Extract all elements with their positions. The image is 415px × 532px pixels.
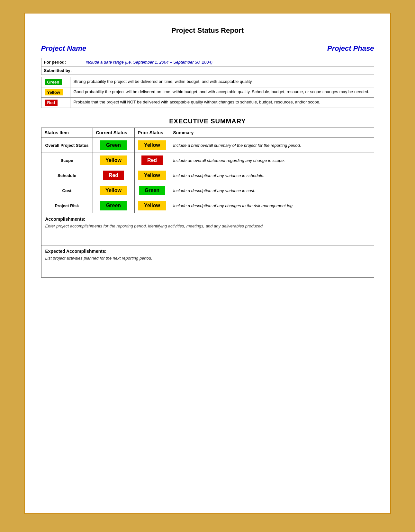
executive-summary-section: EXECUTIVE SUMMARY Status Item Current St…: [41, 118, 374, 278]
current-status-cell: Yellow: [93, 183, 134, 198]
summary-cell: Include an overall statement regarding a…: [170, 153, 374, 168]
current-status-badge: Green: [100, 140, 127, 150]
exec-table-header-row: Status Item Current Status Prior Status …: [41, 128, 374, 138]
main-title: Project Status Report: [41, 26, 374, 35]
status-item-cell: Overall Project Status: [41, 138, 93, 153]
legend-badge-green: Green: [41, 77, 70, 87]
prior-status-cell: Yellow: [134, 138, 170, 153]
info-table: For period: Include a date range (i.e. S…: [41, 58, 374, 75]
page: Project Status Report Project Name Proje…: [24, 13, 391, 514]
legend-row-green: Green Strong probability the project wil…: [41, 77, 374, 87]
table-row: Overall Project StatusGreenYellowInclude…: [41, 138, 374, 153]
prior-status-cell: Yellow: [134, 198, 170, 213]
project-phase-label: Project Phase: [327, 44, 374, 53]
current-status-badge: Red: [103, 171, 124, 180]
summary-cell: Include a description of any changes to …: [170, 198, 374, 213]
legend-row-yellow: Yellow Good probability the project will…: [41, 87, 374, 98]
submitted-by-label: Submitted by:: [41, 66, 83, 75]
prior-status-badge: Red: [141, 155, 163, 165]
green-badge: Green: [45, 79, 62, 85]
accomplishments-title: Accomplishments:: [45, 217, 370, 222]
current-status-cell: Red: [93, 168, 134, 183]
current-status-badge: Yellow: [100, 155, 127, 165]
prior-status-badge: Green: [139, 186, 165, 195]
col-current-status: Current Status: [93, 128, 134, 138]
current-status-cell: Yellow: [93, 153, 134, 168]
executive-summary-title: EXECUTIVE SUMMARY: [41, 118, 374, 125]
prior-status-badge: Yellow: [138, 201, 166, 210]
current-status-cell: Green: [93, 198, 134, 213]
table-row: CostYellowGreenInclude a description of …: [41, 183, 374, 198]
summary-cell: Include a description of any variance in…: [170, 168, 374, 183]
legend-badge-red: Red: [41, 98, 70, 108]
status-item-cell: Project Risk: [41, 198, 93, 213]
status-item-cell: Schedule: [41, 168, 93, 183]
table-row: ScheduleRedYellowInclude a description o…: [41, 168, 374, 183]
header-row: Project Name Project Phase: [41, 44, 374, 53]
accomplishments-section: Accomplishments: Enter project accomplis…: [41, 213, 374, 245]
col-prior-status: Prior Status: [134, 128, 170, 138]
current-status-badge: Green: [100, 201, 127, 210]
expected-section: Expected Accomplishments: List project a…: [41, 245, 374, 278]
legend-desc-red: Probable that the project will NOT be de…: [70, 98, 374, 108]
expected-text: List project activities planned for the …: [45, 256, 370, 261]
accomplishments-text: Enter project accomplishments for the re…: [45, 224, 370, 228]
submitted-by-value: [83, 66, 374, 75]
for-period-row: For period: Include a date range (i.e. S…: [41, 58, 374, 66]
col-status-item: Status Item: [41, 128, 93, 138]
prior-status-cell: Yellow: [134, 168, 170, 183]
col-summary: Summary: [170, 128, 374, 138]
for-period-value: Include a date range (i.e. September 1, …: [83, 58, 374, 66]
exec-table: Status Item Current Status Prior Status …: [41, 128, 374, 213]
red-badge: Red: [45, 100, 58, 106]
legend-row-red: Red Probable that the project will NOT b…: [41, 98, 374, 108]
table-row: ScopeYellowRedInclude an overall stateme…: [41, 153, 374, 168]
status-item-cell: Cost: [41, 183, 93, 198]
yellow-badge: Yellow: [45, 89, 63, 95]
expected-title: Expected Accomplishments:: [45, 249, 370, 254]
legend-desc-yellow: Good probability the project will be del…: [70, 87, 374, 98]
for-period-label: For period:: [41, 58, 83, 66]
prior-status-badge: Yellow: [138, 171, 166, 180]
summary-cell: Include a description of any variance in…: [170, 183, 374, 198]
legend-desc-green: Strong probability the project will be d…: [70, 77, 374, 87]
current-status-cell: Green: [93, 138, 134, 153]
table-row: Project RiskGreenYellowInclude a descrip…: [41, 198, 374, 213]
current-status-badge: Yellow: [100, 186, 127, 195]
submitted-by-row: Submitted by:: [41, 66, 374, 75]
legend-table: Green Strong probability the project wil…: [41, 77, 374, 108]
prior-status-cell: Green: [134, 183, 170, 198]
project-name-label: Project Name: [41, 44, 86, 53]
prior-status-badge: Yellow: [138, 140, 166, 150]
prior-status-cell: Red: [134, 153, 170, 168]
status-item-cell: Scope: [41, 153, 93, 168]
legend-badge-yellow: Yellow: [41, 87, 70, 98]
summary-cell: Include a brief overall summary of the p…: [170, 138, 374, 153]
